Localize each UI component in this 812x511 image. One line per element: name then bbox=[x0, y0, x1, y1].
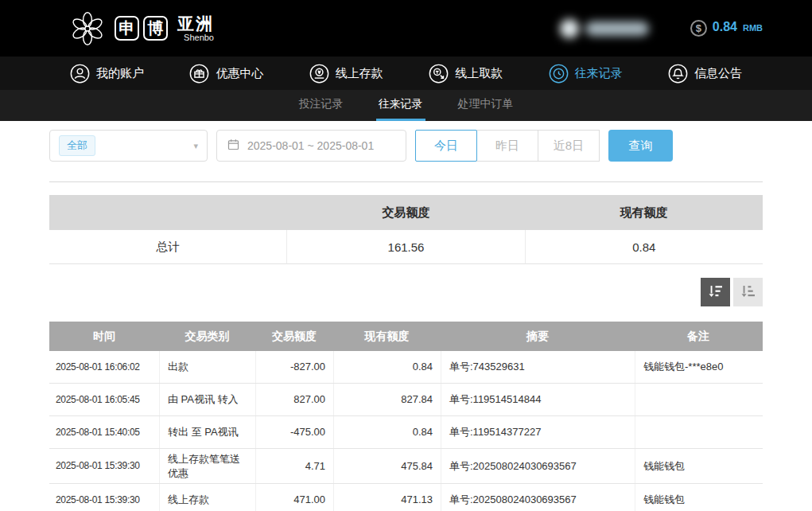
cell-balance: 471.13 bbox=[333, 484, 441, 511]
header-transaction-type: 交易类别 bbox=[159, 322, 255, 351]
sort-controls bbox=[49, 278, 763, 306]
nav-item-label: 优惠中心 bbox=[216, 66, 263, 81]
cell-type: 线上存款 bbox=[159, 484, 255, 511]
header-current-balance: 现有额度 bbox=[333, 322, 441, 351]
cell-remark bbox=[635, 416, 762, 448]
nav-item-transaction-records[interactable]: 往来记录 bbox=[549, 64, 623, 84]
yesterday-button[interactable]: 昨日 bbox=[476, 130, 538, 162]
withdraw-coin-icon bbox=[429, 64, 449, 84]
cell-type: 出款 bbox=[159, 351, 255, 383]
records-table: 时间 交易类别 交易额度 现有额度 摘要 备注 2025-08-01 16:06… bbox=[49, 322, 763, 511]
header-remark: 备注 bbox=[635, 322, 762, 351]
cell-summary: 单号:743529631 bbox=[441, 351, 635, 383]
last-8-days-button[interactable]: 近8日 bbox=[538, 130, 600, 162]
nav-item-announcements[interactable]: 信息公告 bbox=[668, 64, 742, 84]
cell-balance: 827.84 bbox=[333, 384, 441, 415]
calendar-icon bbox=[227, 138, 240, 154]
cell-summary: 单号:119514514844 bbox=[441, 384, 635, 415]
cell-amount: 4.71 bbox=[255, 449, 333, 483]
cell-remark: 钱能钱包 bbox=[635, 484, 762, 511]
cell-time: 2025-08-01 16:06:02 bbox=[49, 351, 159, 383]
deposit-coin-icon bbox=[309, 64, 329, 84]
cell-remark bbox=[635, 384, 762, 415]
query-button[interactable]: 查询 bbox=[608, 130, 673, 162]
cell-balance: 0.84 bbox=[333, 351, 441, 383]
summary-total-transaction-amount: 161.56 bbox=[286, 230, 524, 264]
type-select[interactable]: 全部 ▾ bbox=[49, 130, 208, 162]
cell-type: 由 PA视讯 转入 bbox=[159, 384, 255, 415]
bell-icon bbox=[668, 64, 688, 84]
cell-type: 转出 至 PA视讯 bbox=[159, 416, 255, 448]
brand-logo[interactable]: 申 博 亚洲 Shenbo bbox=[68, 9, 214, 49]
table-row: 2025-08-01 15:39:30线上存款笔笔送优惠4.71475.84单号… bbox=[49, 449, 763, 484]
cell-time: 2025-08-01 15:39:30 bbox=[49, 449, 159, 483]
type-select-value: 全部 bbox=[59, 135, 95, 156]
cell-balance: 0.84 bbox=[333, 416, 441, 448]
sort-asc-icon bbox=[740, 283, 756, 302]
summary-header-transaction-amount: 交易额度 bbox=[287, 195, 525, 230]
history-clock-icon bbox=[549, 64, 569, 84]
username-redacted bbox=[585, 21, 649, 36]
tab-processing-orders[interactable]: 处理中订单 bbox=[456, 90, 516, 121]
cell-summary: 单号:202508024030693567 bbox=[441, 449, 635, 483]
summary-header-current-balance: 现有额度 bbox=[525, 195, 763, 230]
logo-char-1: 申 bbox=[115, 16, 139, 41]
summary-header-empty bbox=[49, 195, 287, 230]
logo-region: 亚洲 bbox=[177, 14, 214, 33]
header-time: 时间 bbox=[49, 322, 159, 351]
records-table-header: 时间 交易类别 交易额度 现有额度 摘要 备注 bbox=[49, 322, 763, 351]
balance-amount: 0.84 bbox=[713, 20, 737, 34]
gift-icon bbox=[189, 64, 209, 84]
cell-type: 线上存款笔笔送优惠 bbox=[159, 449, 255, 483]
nav-item-label: 信息公告 bbox=[694, 66, 742, 81]
cell-amount: -475.00 bbox=[255, 416, 333, 448]
main-nav: 我的账户 优惠中心 线上存款 线上取款 bbox=[0, 57, 812, 90]
cell-time: 2025-08-01 15:39:30 bbox=[49, 484, 159, 511]
today-button[interactable]: 今日 bbox=[415, 130, 477, 162]
summary-header-row: 交易额度 现有额度 bbox=[49, 195, 763, 230]
caret-down-icon: ▾ bbox=[193, 141, 198, 151]
cell-summary: 单号:119514377227 bbox=[441, 416, 635, 448]
cell-summary: 单号:202508024030693567 bbox=[441, 484, 635, 511]
nav-item-online-withdrawal[interactable]: 线上取款 bbox=[429, 64, 503, 84]
logo-characters: 申 博 bbox=[115, 16, 168, 41]
tab-transaction-records[interactable]: 往来记录 bbox=[376, 90, 425, 121]
records-table-body: 2025-08-01 16:06:02出款-827.000.84单号:74352… bbox=[49, 351, 763, 511]
header-transaction-amount: 交易额度 bbox=[255, 322, 333, 351]
flower-logo-icon bbox=[68, 9, 107, 49]
table-row: 2025-08-01 16:05:45由 PA视讯 转入827.00827.84… bbox=[49, 384, 763, 416]
summary-total-current-balance: 0.84 bbox=[525, 230, 763, 264]
table-row: 2025-08-01 16:06:02出款-827.000.84单号:74352… bbox=[49, 351, 763, 384]
tab-betting-records[interactable]: 投注记录 bbox=[297, 90, 346, 121]
nav-item-label: 线上取款 bbox=[455, 66, 503, 81]
nav-item-online-deposit[interactable]: 线上存款 bbox=[309, 64, 383, 84]
cell-remark: 钱能钱包-***e8e0 bbox=[635, 351, 762, 383]
quick-date-group: 今日 昨日 近8日 bbox=[415, 130, 600, 162]
cell-amount: 827.00 bbox=[255, 384, 333, 415]
divider-line bbox=[49, 181, 763, 182]
cell-remark: 钱能钱包 bbox=[635, 449, 762, 483]
nav-item-label: 往来记录 bbox=[575, 66, 623, 81]
logo-brand-en: Shenbo bbox=[177, 33, 214, 42]
user-avatar bbox=[560, 19, 579, 38]
user-account-blurred[interactable] bbox=[560, 19, 649, 38]
sort-desc-button[interactable] bbox=[701, 278, 730, 306]
dollar-circle-icon: $ bbox=[690, 20, 707, 37]
logo-char-2: 博 bbox=[143, 16, 168, 41]
sort-desc-icon bbox=[708, 283, 724, 302]
filter-bar: 全部 ▾ 2025-08-01 ~ 2025-08-01 今日 昨日 近8日 查… bbox=[49, 130, 763, 162]
date-range-input[interactable]: 2025-08-01 ~ 2025-08-01 bbox=[216, 130, 406, 162]
nav-item-promotions[interactable]: 优惠中心 bbox=[189, 64, 263, 84]
nav-item-label: 我的账户 bbox=[96, 66, 144, 81]
summary-total-label: 总计 bbox=[49, 230, 286, 264]
user-icon bbox=[70, 64, 90, 84]
date-range-value: 2025-08-01 ~ 2025-08-01 bbox=[247, 139, 374, 152]
balance-currency: RMB bbox=[743, 23, 763, 33]
header-summary: 摘要 bbox=[441, 322, 635, 351]
cell-amount: 471.00 bbox=[255, 484, 333, 511]
top-header: 申 博 亚洲 Shenbo $ 0.84 RMB bbox=[0, 0, 812, 57]
cell-balance: 475.84 bbox=[333, 449, 441, 483]
sort-asc-button[interactable] bbox=[733, 278, 763, 306]
nav-item-my-account[interactable]: 我的账户 bbox=[70, 64, 144, 84]
table-row: 2025-08-01 15:39:30线上存款471.00471.13单号:20… bbox=[49, 484, 763, 511]
